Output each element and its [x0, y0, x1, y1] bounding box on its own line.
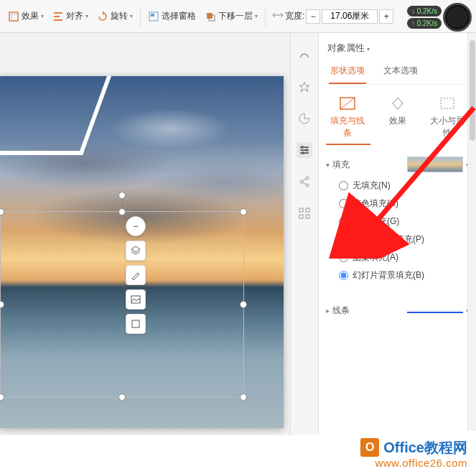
selection-pane-button[interactable]: 选择窗格 [144, 8, 200, 24]
subtab-size[interactable]: 大小与属性 [426, 95, 469, 139]
fill-line-icon [337, 95, 358, 112]
resize-handle[interactable] [118, 394, 126, 401]
ribbon-toolbar: 效果 ▾ 对齐 ▾ 旋转 ▾ 选择窗格 下移一层 ▾ 宽度: − [0, 0, 476, 33]
align-button[interactable]: 对齐 ▾ [49, 8, 92, 24]
selection-pane-label: 选择窗格 [162, 10, 196, 22]
svg-rect-0 [9, 12, 18, 21]
separator [265, 6, 266, 27]
resize-handle[interactable] [0, 301, 4, 308]
vtab-share[interactable] [297, 174, 312, 190]
net-down: ↓0.2K/s [407, 6, 442, 17]
main-area: − 对象属性▾ 形状选项 文本选项 [0, 33, 476, 435]
tab-text-options[interactable]: 文本选项 [382, 60, 419, 84]
svg-rect-28 [299, 215, 303, 218]
selected-shape[interactable] [0, 211, 244, 398]
move-down-button[interactable]: 下移一层 ▾ [201, 8, 261, 24]
pen-icon [130, 269, 141, 281]
subtab-effects[interactable]: 效果 [376, 95, 419, 139]
vtab-palette[interactable] [297, 111, 312, 126]
svg-rect-8 [207, 13, 213, 19]
effects-icon [388, 95, 408, 112]
blank-tool[interactable] [126, 314, 146, 334]
align-icon [52, 11, 64, 22]
radio-no-fill[interactable]: 无填充(N) [339, 180, 469, 192]
svg-rect-12 [131, 296, 140, 303]
resize-handle[interactable] [240, 301, 247, 308]
subtab-underline [326, 144, 370, 145]
decorative-shape [0, 76, 111, 155]
effects-button[interactable]: 效果 ▾ [4, 8, 47, 24]
caret-icon: ▾ [85, 13, 88, 19]
radio-solid-fill[interactable]: 纯色填充(S) [339, 198, 469, 210]
svg-line-25 [303, 182, 307, 185]
slide-canvas[interactable]: − [0, 33, 290, 435]
net-gauge-icon [443, 3, 472, 32]
side-tab-strip [290, 33, 319, 435]
resize-handle[interactable] [0, 208, 4, 215]
pen-tool[interactable] [126, 265, 146, 285]
svg-line-24 [303, 179, 307, 181]
svg-point-20 [302, 152, 304, 154]
radio-gradient-fill[interactable]: 渐变填充(G) [339, 215, 469, 228]
move-down-label: 下移一层 [218, 10, 253, 22]
separator [140, 6, 141, 27]
minus-icon: − [133, 221, 138, 231]
image-tool[interactable] [126, 289, 146, 310]
vtab-animation[interactable] [297, 79, 312, 95]
floating-shape-tools: − [126, 216, 146, 334]
collapse-tool[interactable]: − [126, 216, 146, 236]
width-increase[interactable]: + [379, 9, 393, 24]
radio-picture-fill[interactable]: 图片或纹理填充(P) [339, 233, 469, 246]
radio-slide-bg-fill[interactable]: 幻灯片背景填充(B) [339, 269, 469, 282]
move-down-icon [205, 11, 216, 22]
svg-rect-26 [299, 208, 303, 212]
width-icon [272, 10, 284, 22]
network-badge: ↓0.2K/s ↑0.2K/s [407, 3, 472, 32]
brand-url: www.office26.com [360, 457, 467, 470]
panel-tabs: 形状选项 文本选项 [326, 60, 469, 85]
width-label: 宽度: [285, 10, 304, 22]
line-section-header[interactable]: ▸线条 ▾ [326, 297, 469, 322]
svg-marker-5 [103, 11, 105, 15]
collapse-icon: ▾ [326, 161, 330, 169]
svg-rect-27 [306, 208, 309, 212]
rotate-handle[interactable] [118, 192, 126, 199]
vtab-apps[interactable] [297, 205, 312, 221]
svg-rect-13 [132, 320, 139, 327]
fill-section-header[interactable]: ▾填充 ▾ [326, 149, 469, 178]
align-label: 对齐 [66, 10, 83, 22]
layers-tool[interactable] [126, 241, 146, 261]
width-input[interactable] [322, 9, 378, 24]
scroll-thumb[interactable] [470, 40, 475, 141]
resize-handle[interactable] [118, 208, 126, 215]
effects-icon [8, 11, 19, 22]
panel-title[interactable]: 对象属性▾ [326, 39, 469, 60]
fill-radio-group: 无填充(N) 纯色填充(S) 渐变填充(G) 图片或纹理填充(P) 图案填充(A… [326, 178, 469, 284]
vtab-style[interactable] [297, 47, 312, 63]
size-icon [437, 95, 457, 112]
svg-point-18 [301, 146, 304, 149]
sub-tabs: 填充与线条 效果 大小与属性 [326, 85, 469, 144]
svg-point-19 [305, 149, 308, 152]
caret-icon: ▾ [41, 13, 44, 19]
vtab-properties[interactable] [297, 142, 312, 158]
rotate-button[interactable]: 旋转 ▾ [93, 8, 136, 24]
collapse-icon: ▸ [326, 307, 330, 315]
tab-shape-options[interactable]: 形状选项 [329, 60, 366, 84]
width-control: 宽度: − + [272, 9, 393, 24]
vertical-scrollbar[interactable] [467, 33, 476, 431]
effects-label: 效果 [22, 10, 39, 22]
line-preview[interactable] [407, 312, 463, 313]
resize-handle[interactable] [240, 394, 247, 401]
rotate-icon [97, 11, 108, 22]
resize-handle[interactable] [240, 208, 247, 215]
rotate-stem [122, 198, 123, 208]
svg-rect-29 [306, 215, 309, 218]
properties-panel: 对象属性▾ 形状选项 文本选项 填充与线条 效果 大小与属性 ▾填充 [319, 33, 476, 435]
fill-preview-thumb[interactable] [407, 157, 463, 172]
radio-pattern-fill[interactable]: 图案填充(A) [339, 251, 469, 264]
brand-text: Office教程网 [383, 439, 467, 456]
subtab-fill-line[interactable]: 填充与线条 [326, 95, 369, 139]
width-decrease[interactable]: − [306, 9, 320, 24]
layers-icon [130, 245, 141, 256]
